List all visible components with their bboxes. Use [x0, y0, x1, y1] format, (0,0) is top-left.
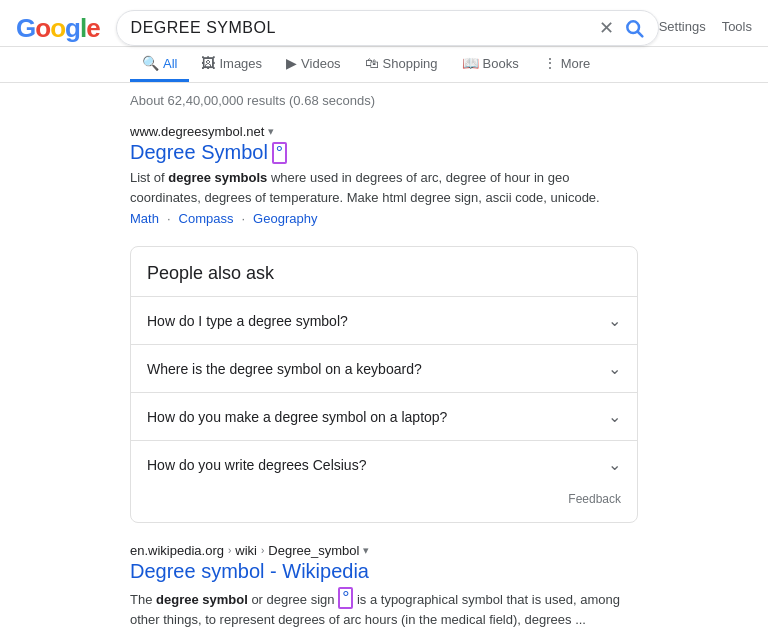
paa-chevron-3: ⌄: [608, 407, 621, 426]
wiki-path-symbol: Degree_symbol: [268, 543, 359, 558]
result-url-arrow: ▾: [268, 125, 274, 138]
result-url-text: www.degreesymbol.net: [130, 124, 264, 139]
degree-symbol-box: °: [272, 142, 287, 164]
wiki-url: en.wikipedia.org › wiki › Degree_symbol …: [130, 543, 638, 558]
wiki-url-arrow: ▾: [363, 544, 369, 557]
paa-chevron-2: ⌄: [608, 359, 621, 378]
tools-link[interactable]: Tools: [722, 19, 752, 34]
paa-title: People also ask: [131, 263, 637, 296]
tab-more-label: More: [561, 56, 591, 71]
paa-chevron-4: ⌄: [608, 455, 621, 474]
paa-feedback[interactable]: Feedback: [131, 488, 637, 506]
result-title-row: Degree Symbol °: [130, 141, 638, 168]
tab-books-label: Books: [483, 56, 519, 71]
search-input[interactable]: [131, 19, 599, 37]
tab-books[interactable]: 📖 Books: [450, 47, 531, 82]
result-title-link[interactable]: Degree Symbol °: [130, 141, 287, 164]
header: Google ✕ Settings Tools 🔍 All: [0, 0, 768, 83]
settings-area: Settings Tools: [659, 19, 752, 38]
wiki-chevron-url: ›: [228, 545, 231, 556]
paa-question-3: How do you make a degree symbol on a lap…: [147, 409, 447, 425]
search-button[interactable]: [624, 18, 644, 38]
wiki-snippet: The degree symbol or degree sign ° is a …: [130, 587, 638, 629]
paa-item-1[interactable]: How do I type a degree symbol? ⌄: [131, 296, 637, 344]
result-link-compass[interactable]: Compass: [179, 211, 234, 226]
tab-images-label: Images: [219, 56, 262, 71]
paa-item-3[interactable]: How do you make a degree symbol on a lap…: [131, 392, 637, 440]
paa-question-4: How do you write degrees Celsius?: [147, 457, 366, 473]
search-bar: ✕: [116, 10, 659, 46]
tab-videos-label: Videos: [301, 56, 341, 71]
main-content: About 62,40,00,000 results (0.68 seconds…: [0, 83, 768, 636]
tab-more[interactable]: ⋮ More: [531, 47, 603, 82]
tab-videos[interactable]: ▶ Videos: [274, 47, 353, 82]
result-links: Math · Compass · Geography: [130, 211, 638, 226]
wiki-title-row: Degree symbol - Wikipedia: [130, 560, 638, 587]
result-item: www.degreesymbol.net ▾ Degree Symbol ° L…: [130, 124, 638, 226]
google-logo: Google: [16, 13, 100, 44]
more-icon: ⋮: [543, 55, 557, 71]
link-sep-1: ·: [167, 211, 171, 226]
shopping-icon: 🛍: [365, 55, 379, 71]
wiki-result: en.wikipedia.org › wiki › Degree_symbol …: [130, 543, 638, 636]
search-bar-wrap: ✕: [116, 10, 659, 46]
clear-icon[interactable]: ✕: [599, 17, 614, 39]
wiki-domain: en.wikipedia.org: [130, 543, 224, 558]
paa-question-1: How do I type a degree symbol?: [147, 313, 348, 329]
tab-images[interactable]: 🖼 Images: [189, 47, 274, 82]
tab-shopping[interactable]: 🛍 Shopping: [353, 47, 450, 82]
tab-shopping-label: Shopping: [383, 56, 438, 71]
link-sep-2: ·: [241, 211, 245, 226]
settings-link[interactable]: Settings: [659, 19, 706, 34]
result-link-geography[interactable]: Geography: [253, 211, 317, 226]
wiki-chevron-url2: ›: [261, 545, 264, 556]
result-url: www.degreesymbol.net ▾: [130, 124, 638, 139]
results-count: About 62,40,00,000 results (0.68 seconds…: [130, 93, 638, 108]
wiki-title-link[interactable]: Degree symbol - Wikipedia: [130, 560, 369, 583]
videos-icon: ▶: [286, 55, 297, 71]
tab-all[interactable]: 🔍 All: [130, 47, 189, 82]
result-link-math[interactable]: Math: [130, 211, 159, 226]
people-also-ask-box: People also ask How do I type a degree s…: [130, 246, 638, 523]
images-icon: 🖼: [201, 55, 215, 71]
wiki-degree-box: °: [338, 587, 353, 609]
paa-chevron-1: ⌄: [608, 311, 621, 330]
paa-item-2[interactable]: Where is the degree symbol on a keyboard…: [131, 344, 637, 392]
result-snippet: List of degree symbols where used in deg…: [130, 168, 638, 207]
paa-item-4[interactable]: How do you write degrees Celsius? ⌄: [131, 440, 637, 488]
result-title-text: Degree Symbol: [130, 141, 268, 164]
books-icon: 📖: [462, 55, 479, 71]
tab-all-label: All: [163, 56, 177, 71]
wiki-path-wiki: wiki: [235, 543, 257, 558]
svg-line-1: [637, 32, 642, 37]
paa-question-2: Where is the degree symbol on a keyboard…: [147, 361, 422, 377]
all-icon: 🔍: [142, 55, 159, 71]
